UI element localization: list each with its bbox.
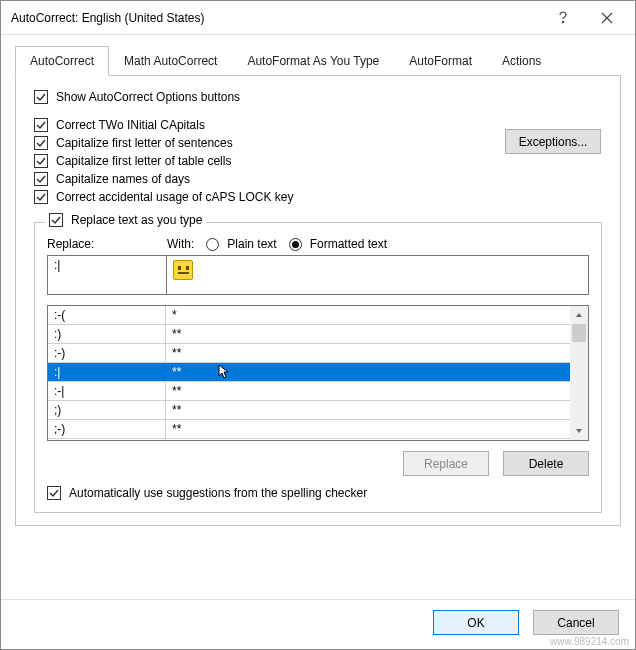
radio-plain-text[interactable]: Plain text [206,237,276,251]
delete-button[interactable]: Delete [503,451,589,476]
label-replace: Replace: [47,237,167,251]
autocorrect-dialog: AutoCorrect: English (United States) Aut… [0,0,636,650]
radio-formatted-text[interactable]: Formatted text [289,237,387,251]
title-bar: AutoCorrect: English (United States) [1,1,635,35]
svg-point-0 [562,21,563,22]
replace-section: Replace text as you type Replace: With: … [34,222,602,513]
table-row[interactable]: ;)** [48,401,570,420]
table-row[interactable]: :-)** [48,344,570,363]
input-with[interactable] [167,255,589,295]
tab-autoformat[interactable]: AutoFormat [394,46,487,76]
checkbox-caps-lock[interactable] [34,190,48,204]
label-auto-suggest: Automatically use suggestions from the s… [69,486,367,500]
tab-math-autocorrect[interactable]: Math AutoCorrect [109,46,232,76]
scrollbar[interactable] [570,306,588,440]
cursor-icon [218,364,230,383]
autocorrect-list: :-(*:)**:-)**:|**:-|**;)**;-)** [47,305,589,441]
checkbox-two-initial-caps[interactable] [34,118,48,132]
tab-autoformat-as-you-type[interactable]: AutoFormat As You Type [232,46,394,76]
label-caps-lock: Correct accidental usage of cAPS LOCK ke… [56,190,293,204]
table-row[interactable]: :-(* [48,306,570,325]
scroll-down-icon[interactable] [570,422,588,440]
label-replace-as-you-type: Replace text as you type [71,213,202,227]
label-two-initial-caps: Correct TWo INitial CApitals [56,118,205,132]
dialog-title: AutoCorrect: English (United States) [11,11,541,25]
table-row[interactable]: :-|** [48,382,570,401]
emoji-neutral-face-icon [173,260,193,280]
label-cap-table-cells: Capitalize first letter of table cells [56,154,231,168]
checkbox-cap-sentences[interactable] [34,136,48,150]
help-button[interactable] [541,3,585,33]
checkbox-cap-days[interactable] [34,172,48,186]
tab-strip: AutoCorrect Math AutoCorrect AutoFormat … [15,45,621,76]
checkbox-cap-table-cells[interactable] [34,154,48,168]
tab-actions[interactable]: Actions [487,46,556,76]
watermark: www.989214.com [550,636,629,647]
exceptions-button[interactable]: Exceptions... [505,129,601,154]
checkbox-replace-as-you-type[interactable] [49,213,63,227]
checkbox-auto-suggest[interactable] [47,486,61,500]
scroll-up-icon[interactable] [570,306,588,324]
ok-button[interactable]: OK [433,610,519,635]
label-with: With: [167,237,194,251]
table-row[interactable]: :)** [48,325,570,344]
table-row[interactable]: :|** [48,363,570,382]
label-cap-sentences: Capitalize first letter of sentences [56,136,233,150]
scroll-thumb[interactable] [572,324,586,342]
label-show-options: Show AutoCorrect Options buttons [56,90,240,104]
checkbox-show-options[interactable] [34,90,48,104]
cancel-button[interactable]: Cancel [533,610,619,635]
tab-autocorrect[interactable]: AutoCorrect [15,46,109,76]
close-button[interactable] [585,3,629,33]
dialog-footer: OK Cancel [1,599,635,649]
input-replace[interactable]: :| [47,255,167,295]
table-row[interactable]: ;-)** [48,420,570,439]
label-cap-days: Capitalize names of days [56,172,190,186]
replace-button[interactable]: Replace [403,451,489,476]
